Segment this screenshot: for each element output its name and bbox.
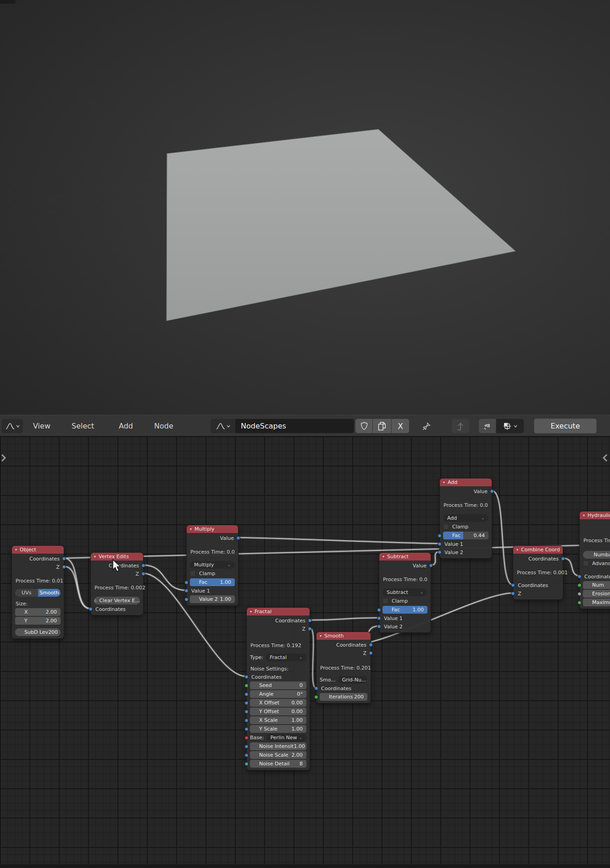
execute-button[interactable]: Execute — [534, 418, 597, 434]
pin-button[interactable] — [417, 419, 436, 433]
input-socket[interactable] — [511, 592, 515, 596]
sidebar-toggle-right-icon[interactable] — [602, 453, 608, 463]
value-slider-y-scale[interactable]: Y Scale1.00 — [250, 725, 306, 733]
value-slider-iterations[interactable]: Iterations200 — [320, 693, 367, 701]
checkbox-clamp[interactable] — [443, 524, 449, 530]
input-socket[interactable] — [184, 580, 189, 584]
input-socket[interactable] — [377, 608, 381, 612]
value-slider-maximum[interactable]: Maximum — [583, 599, 610, 606]
input-socket[interactable] — [511, 583, 515, 588]
node-multiply[interactable]: ▾MultiplyValueProcess Time: 0.0Multiply⌄… — [186, 525, 238, 606]
go-to-parent-button[interactable] — [452, 419, 469, 433]
output-socket[interactable] — [62, 565, 66, 569]
collapse-arrow-icon[interactable]: ▾ — [583, 513, 585, 517]
output-socket[interactable] — [561, 557, 565, 561]
value-slider-subd-lev[interactable]: SubD Lev200 — [15, 628, 61, 636]
node-tree-name-field[interactable]: NodeScapes — [235, 419, 354, 433]
segment-uvs[interactable]: UVs — [15, 589, 38, 597]
dropdown-perlin-new[interactable]: Perlin New⌄ — [266, 734, 307, 742]
input-socket[interactable] — [244, 675, 249, 679]
value-slider-noise-intensit[interactable]: Noise Intensit1.00 — [250, 742, 306, 750]
value-slider-y[interactable]: Y2.00 — [15, 617, 61, 625]
value-slider-x-offset[interactable]: X Offset0.00 — [250, 699, 306, 707]
input-socket[interactable] — [314, 687, 318, 691]
output-socket[interactable] — [429, 564, 433, 568]
value-slider-noise-scale[interactable]: Noise Scale2.00 — [250, 751, 306, 759]
dropdown-grid-nu-[interactable]: Grid-Nu...⌄ — [338, 676, 367, 684]
collapse-arrow-icon[interactable]: ▾ — [516, 548, 518, 552]
input-socket[interactable] — [244, 683, 249, 687]
fake-user-shield-button[interactable] — [355, 419, 372, 433]
collapse-arrow-icon[interactable]: ▾ — [190, 527, 192, 531]
node-hydraulic[interactable]: ▾HydraulicCoorProcess TimeNumba MulAdvan… — [579, 511, 610, 609]
input-socket[interactable] — [244, 736, 249, 740]
dropdown-fractal[interactable]: Fractal⌄ — [266, 654, 306, 661]
menu-view[interactable]: View — [30, 415, 53, 437]
value-slider-fac[interactable]: Fac1.00 — [383, 606, 427, 614]
output-socket[interactable] — [369, 651, 373, 655]
input-socket[interactable] — [184, 597, 189, 601]
output-socket[interactable] — [236, 536, 240, 540]
input-socket[interactable] — [438, 533, 442, 538]
collapse-arrow-icon[interactable]: ▾ — [320, 634, 322, 638]
input-socket[interactable] — [89, 607, 93, 611]
plane-object[interactable] — [166, 129, 516, 321]
value-slider-fac[interactable]: Fac1.00 — [190, 578, 235, 586]
input-socket[interactable] — [244, 709, 249, 714]
checkbox-advanced[interactable] — [583, 560, 589, 566]
value-slider-value-2[interactable]: Value 21.00 — [190, 595, 235, 603]
input-socket[interactable] — [244, 727, 249, 731]
node-smooth[interactable]: ▾SmoothCoordinatesZProcess Time: 0.201Sm… — [316, 632, 371, 703]
output-socket[interactable] — [308, 627, 312, 631]
input-socket[interactable] — [244, 692, 249, 696]
output-socket[interactable] — [369, 643, 373, 647]
input-socket[interactable] — [244, 753, 249, 757]
input-socket[interactable] — [438, 542, 442, 546]
menu-node[interactable]: Node — [151, 415, 176, 437]
input-socket[interactable] — [577, 600, 582, 604]
node-add[interactable]: ▾AddValueProcess Time: 0.0Add⌄ClampFac0.… — [439, 478, 492, 559]
menu-select[interactable]: Select — [69, 415, 97, 437]
value-slider-seed[interactable]: Seed0 — [250, 681, 306, 689]
input-socket[interactable] — [577, 575, 582, 579]
collapse-arrow-icon[interactable]: ▾ — [383, 555, 384, 559]
collapse-arrow-icon[interactable]: ▾ — [94, 555, 96, 559]
value-slider-x-scale[interactable]: X Scale1.00 — [250, 716, 306, 724]
input-socket[interactable] — [184, 589, 189, 593]
snap-target-dropdown[interactable] — [496, 419, 524, 433]
value-slider-erosion-s[interactable]: Erosion S — [583, 590, 610, 598]
segment-smooth[interactable]: Smooth — [38, 589, 61, 597]
collapse-arrow-icon[interactable]: ▾ — [250, 610, 252, 614]
output-socket[interactable] — [141, 564, 145, 568]
dropdown-subtract[interactable]: Subtract⌄ — [383, 588, 427, 596]
node-tree-browse-button[interactable] — [211, 419, 235, 433]
value-slider-num[interactable]: Num100 — [583, 581, 610, 589]
collapse-arrow-icon[interactable]: ▾ — [15, 548, 17, 552]
3d-viewport[interactable] — [0, 0, 610, 415]
value-slider-angle[interactable]: Angle0° — [250, 690, 306, 698]
output-socket[interactable] — [62, 557, 66, 561]
input-socket[interactable] — [438, 550, 442, 555]
snap-toggle-button[interactable] — [479, 419, 496, 433]
output-socket[interactable] — [490, 489, 494, 494]
input-socket[interactable] — [577, 592, 582, 596]
menu-add[interactable]: Add — [116, 415, 136, 437]
input-socket[interactable] — [244, 701, 249, 705]
output-socket[interactable] — [308, 619, 312, 623]
input-socket[interactable] — [377, 616, 381, 621]
checkbox-clamp[interactable] — [383, 598, 388, 604]
node-subtract[interactable]: ▾SubtractValueProcess Time: 0.0Subtract⌄… — [379, 552, 431, 633]
value-slider-noise-detail[interactable]: Noise Detail8 — [250, 760, 306, 768]
input-socket[interactable] — [577, 583, 582, 587]
dropdown-multiply[interactable]: Multiply⌄ — [190, 561, 235, 569]
input-socket[interactable] — [244, 744, 249, 748]
value-slider-y-offset[interactable]: Y Offset0.00 — [250, 708, 306, 715]
node-combine[interactable]: ▾Combine Coords ...CoordinatesProcess Ti… — [513, 545, 563, 600]
button-numba-mul[interactable]: Numba Mul — [583, 551, 610, 559]
input-socket[interactable] — [244, 762, 249, 766]
node-object[interactable]: ▾ObjectCoordinatesZProcess Time: 0.01UVs… — [11, 545, 64, 639]
checkbox-clamp[interactable] — [190, 571, 196, 577]
sidebar-toggle-left-icon[interactable] — [0, 453, 6, 463]
editor-type-selector[interactable] — [2, 419, 23, 433]
input-socket[interactable] — [314, 695, 318, 699]
